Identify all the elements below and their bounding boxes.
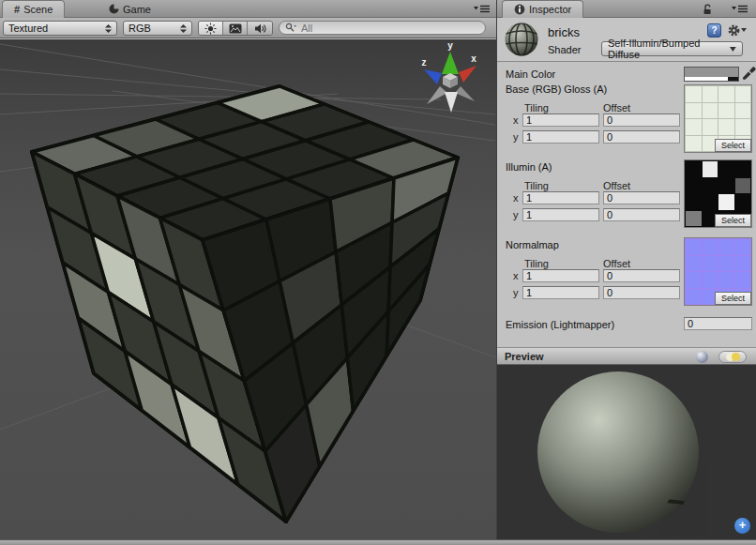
scene-tabstrip: # Scene Game (0, 0, 496, 18)
tiling-label: Tiling (524, 180, 549, 191)
preview-sphere (497, 365, 756, 539)
color-mode-value: RGB (129, 23, 151, 34)
y-row-label: y (513, 131, 519, 143)
alpha-bar (685, 77, 738, 81)
chevron-down-icon (730, 47, 736, 52)
gizmo-y-label: y (447, 40, 453, 51)
illumin-tiling-x-input[interactable] (522, 191, 599, 204)
emission-label: Emission (Lightmapper) (506, 319, 614, 330)
tab-inspector[interactable]: Inspector (502, 0, 583, 18)
x-row-label: x (513, 114, 519, 126)
inspector-panel-menu-icon[interactable] (732, 4, 748, 14)
draw-mode-value: Textured (8, 23, 48, 34)
updown-arrows-icon (180, 24, 187, 33)
illumin-tiling-y-input[interactable] (522, 208, 599, 221)
scene-search-field[interactable] (279, 21, 486, 35)
updown-arrows-icon (105, 24, 112, 33)
x-row-label: x (513, 270, 519, 281)
scene-panel: # Scene Game Textured RGB (0, 0, 496, 539)
search-icon (285, 23, 296, 33)
normalmap-offset-x-input[interactable] (603, 269, 680, 282)
tab-game[interactable]: Game (98, 0, 162, 18)
shader-label: Shader (548, 44, 581, 55)
normalmap-offset-y-input[interactable] (603, 286, 680, 299)
x-row-label: x (513, 192, 519, 204)
shader-value: Self-Illumin/Bumped Diffuse (608, 38, 730, 60)
gizmo-x-label: x (471, 53, 476, 64)
eyedropper-icon[interactable] (742, 65, 756, 82)
section-label-normalmap: Normalmap (506, 239, 559, 250)
light-circle-icon (732, 353, 740, 361)
base-tiling-y-input[interactable] (522, 130, 599, 144)
tiling-label: Tiling (524, 258, 549, 269)
section-label-base: Base (RGB) Gloss (A) (506, 83, 607, 95)
base-texture-slot[interactable]: Select (684, 84, 752, 153)
base-offset-y-input[interactable] (603, 130, 680, 144)
lock-icon[interactable] (703, 4, 713, 15)
offset-label: Offset (603, 180, 630, 191)
offset-label: Offset (603, 102, 630, 114)
inspector-panel: Inspector (496, 0, 756, 539)
speaker-icon (254, 23, 266, 34)
illumin-texture-slot[interactable]: Select (684, 159, 752, 228)
illumin-offset-y-input[interactable] (603, 208, 680, 221)
sun-icon (204, 23, 217, 35)
scene-toolbar: Textured RGB (0, 18, 496, 38)
illumin-texture-select-button[interactable]: Select (715, 214, 751, 227)
main-color-swatch[interactable] (684, 67, 739, 82)
material-preview-thumbnail (504, 22, 539, 57)
color-mode-dropdown[interactable]: RGB (123, 21, 192, 36)
tab-inspector-label: Inspector (529, 4, 571, 15)
emission-input[interactable] (684, 317, 752, 330)
normalmap-texture-select-button[interactable]: Select (715, 292, 751, 305)
image-icon (229, 23, 242, 34)
tab-game-label: Game (123, 4, 151, 15)
normalmap-texture-slot[interactable]: Select (684, 237, 752, 306)
skybox-fx-toggle-button[interactable] (223, 22, 248, 35)
offset-label: Offset (603, 258, 630, 269)
game-icon (109, 4, 119, 14)
preview-mesh-button[interactable] (696, 351, 708, 363)
tab-scene-label: Scene (23, 4, 53, 15)
gizmo-z-label: z (422, 57, 427, 68)
base-offset-x-input[interactable] (603, 114, 680, 127)
material-name: bricks (548, 25, 580, 39)
search-input[interactable] (299, 22, 449, 35)
window-bottom-edge (0, 539, 756, 545)
preview-lighting-button[interactable] (718, 351, 747, 363)
unity-editor-window: # Scene Game Textured RGB (0, 0, 756, 545)
y-row-label: y (513, 209, 519, 220)
preview-header: Preview (497, 347, 756, 365)
scene-panel-menu-icon[interactable] (474, 4, 491, 14)
base-texture-select-button[interactable]: Select (715, 139, 751, 152)
scene-toggle-buttons (198, 21, 273, 36)
inspector-tabstrip: Inspector (497, 0, 756, 18)
lighting-toggle-button[interactable] (199, 22, 223, 35)
preview-title: Preview (505, 351, 544, 362)
help-icon[interactable]: ? (707, 23, 721, 38)
tiling-label: Tiling (524, 102, 549, 114)
scene-viewport[interactable]: y x z (0, 39, 496, 539)
y-row-label: y (513, 287, 519, 298)
info-icon (514, 4, 525, 15)
main-color-label: Main Color (506, 68, 555, 80)
grid-icon: # (14, 4, 20, 15)
section-label-illumin: Illumin (A) (506, 161, 552, 173)
preview-content[interactable]: + (497, 365, 756, 539)
shader-dropdown[interactable]: Self-Illumin/Bumped Diffuse (601, 41, 743, 56)
normalmap-tiling-y-input[interactable] (522, 286, 599, 299)
context-menu-button[interactable] (727, 23, 749, 38)
gear-icon (727, 23, 741, 38)
draw-mode-dropdown[interactable]: Textured (3, 21, 117, 36)
illumin-offset-x-input[interactable] (603, 191, 680, 204)
normalmap-tiling-x-input[interactable] (522, 269, 599, 282)
tab-scene[interactable]: # Scene (2, 0, 65, 18)
base-tiling-x-input[interactable] (522, 114, 599, 127)
add-icon[interactable]: + (734, 518, 750, 534)
audio-toggle-button[interactable] (248, 22, 272, 35)
chevron-down-icon (741, 28, 747, 32)
